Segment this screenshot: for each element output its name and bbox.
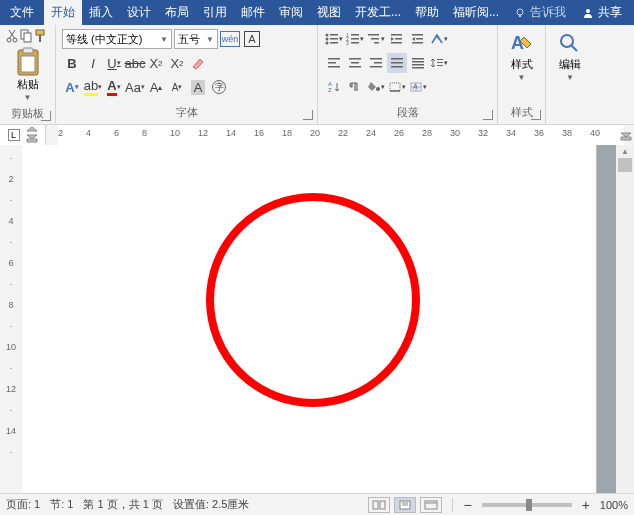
horizontal-ruler[interactable]: L 246810121416182022242628303234363840: [0, 125, 634, 145]
align-left-button[interactable]: [324, 53, 344, 73]
paragraph-launcher[interactable]: [483, 110, 493, 120]
menu-references[interactable]: 引用: [196, 0, 234, 25]
sort-button[interactable]: AZ: [324, 77, 344, 97]
zoom-slider-thumb[interactable]: [526, 499, 532, 511]
right-indent-marker[interactable]: [620, 125, 632, 141]
menu-foxit[interactable]: 福昕阅...: [446, 0, 506, 25]
strikethrough-button[interactable]: abc: [125, 53, 145, 73]
svg-point-0: [517, 9, 523, 15]
menu-insert[interactable]: 插入: [82, 0, 120, 25]
status-page[interactable]: 页面: 1: [6, 497, 40, 512]
superscript-button[interactable]: X2: [167, 53, 187, 73]
grow-font-button[interactable]: A▴: [146, 77, 166, 97]
menu-file[interactable]: 文件: [0, 0, 44, 25]
document-area: ·2·4·6·8·10·12·14· ▲: [0, 145, 634, 493]
shading-button[interactable]: ▾: [366, 77, 386, 97]
svg-rect-33: [328, 58, 340, 60]
menu-home[interactable]: 开始: [44, 0, 82, 25]
circle-shape[interactable]: [206, 193, 420, 407]
align-right-button[interactable]: [366, 53, 386, 73]
align-center-button[interactable]: [345, 53, 365, 73]
svg-point-54: [376, 87, 380, 91]
enclose-char-button[interactable]: 字: [209, 77, 229, 97]
menu-review[interactable]: 审阅: [272, 0, 310, 25]
svg-rect-19: [351, 34, 359, 36]
group-clipboard: 粘贴 ▼ 剪贴板: [0, 25, 56, 124]
zoom-out-button[interactable]: −: [463, 497, 471, 513]
svg-rect-23: [351, 42, 359, 44]
menu-devtools[interactable]: 开发工...: [348, 0, 408, 25]
numbering-button[interactable]: 123▾: [345, 29, 365, 49]
scroll-up-icon[interactable]: ▲: [618, 147, 632, 156]
bold-button[interactable]: B: [62, 53, 82, 73]
indent-marker-icon[interactable]: [26, 127, 38, 143]
font-size-combo[interactable]: 五号▼: [174, 29, 218, 49]
svg-rect-34: [328, 62, 336, 64]
clear-format-button[interactable]: [188, 53, 208, 73]
font-launcher[interactable]: [303, 110, 313, 120]
document-page[interactable]: [46, 145, 596, 493]
multilevel-list-button[interactable]: ▾: [366, 29, 386, 49]
increase-indent-button[interactable]: [408, 29, 428, 49]
line-spacing-button[interactable]: ▾: [429, 53, 449, 73]
text-effects-button[interactable]: A▾: [62, 77, 82, 97]
editing-button[interactable]: 编辑 ▼: [550, 27, 590, 86]
vertical-scrollbar[interactable]: ▲: [616, 145, 634, 493]
view-read-mode[interactable]: [368, 497, 390, 513]
group-styles: A 样式 ▼ 样式: [498, 25, 546, 124]
scrollbar-thumb[interactable]: [618, 158, 632, 172]
status-section[interactable]: 节: 1: [50, 497, 73, 512]
align-distributed-button[interactable]: [408, 53, 428, 73]
styles-group-label: 样式: [502, 103, 541, 122]
italic-button[interactable]: I: [83, 53, 103, 73]
menu-help[interactable]: 帮助: [408, 0, 446, 25]
zoom-in-button[interactable]: +: [582, 497, 590, 513]
font-color-button[interactable]: A▾: [104, 77, 124, 97]
paste-button[interactable]: 粘贴 ▼: [4, 45, 51, 104]
highlight-button[interactable]: ab▾: [83, 77, 103, 97]
find-icon: [557, 31, 583, 57]
borders-button[interactable]: ▾: [387, 77, 407, 97]
tell-me-search[interactable]: 告诉我: [506, 0, 574, 25]
decrease-indent-button[interactable]: [387, 29, 407, 49]
change-case-button[interactable]: Aa▾: [125, 77, 145, 97]
format-painter-icon[interactable]: [34, 29, 46, 43]
menu-design[interactable]: 设计: [120, 0, 158, 25]
menu-view[interactable]: 视图: [310, 0, 348, 25]
char-shading-button[interactable]: A: [188, 77, 208, 97]
tab-selector[interactable]: L: [0, 125, 46, 145]
view-print-layout[interactable]: [394, 497, 416, 513]
menu-mailings[interactable]: 邮件: [234, 0, 272, 25]
styles-label: 样式: [511, 57, 533, 72]
paste-label: 粘贴: [17, 77, 39, 92]
svg-rect-41: [370, 66, 382, 68]
char-border-button[interactable]: A: [242, 29, 262, 49]
underline-button[interactable]: U▾: [104, 53, 124, 73]
status-page-of[interactable]: 第 1 页，共 1 页: [83, 497, 162, 512]
styles-button[interactable]: A 样式 ▼: [502, 27, 541, 86]
copy-icon[interactable]: [20, 29, 32, 43]
view-web-layout[interactable]: [420, 497, 442, 513]
snap-to-grid-button[interactable]: A▾: [408, 77, 428, 97]
status-setting[interactable]: 设置值: 2.5厘米: [173, 497, 249, 512]
asian-layout-button[interactable]: ▾: [429, 29, 449, 49]
svg-rect-17: [330, 42, 338, 44]
bullets-button[interactable]: ▾: [324, 29, 344, 49]
share-button[interactable]: 共享: [574, 0, 630, 25]
font-name-combo[interactable]: 等线 (中文正文)▼: [62, 29, 172, 49]
pinyin-guide-button[interactable]: wén: [220, 29, 240, 49]
styles-launcher[interactable]: [531, 110, 541, 120]
svg-rect-6: [24, 33, 31, 42]
svg-rect-49: [437, 59, 443, 60]
zoom-level[interactable]: 100%: [600, 499, 628, 511]
subscript-button[interactable]: X2: [146, 53, 166, 73]
shrink-font-button[interactable]: A▾: [167, 77, 187, 97]
align-justify-button[interactable]: [387, 53, 407, 73]
clipboard-launcher[interactable]: [41, 111, 51, 121]
svg-rect-50: [437, 62, 443, 63]
zoom-slider[interactable]: [482, 503, 572, 507]
vertical-ruler[interactable]: ·2·4·6·8·10·12·14·: [0, 145, 22, 493]
menu-layout[interactable]: 布局: [158, 0, 196, 25]
cut-icon[interactable]: [6, 29, 18, 43]
show-marks-button[interactable]: [345, 77, 365, 97]
